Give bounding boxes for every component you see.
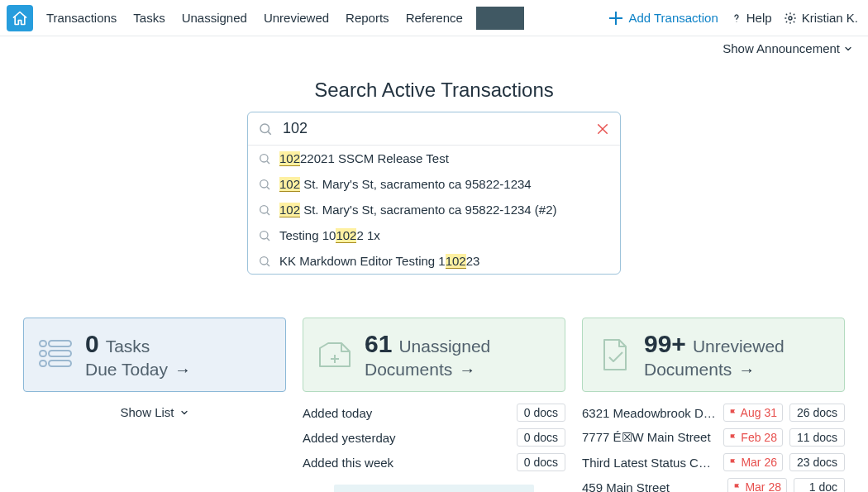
search-input-row: [248, 112, 620, 146]
svg-point-12: [260, 231, 268, 238]
svg-line-3: [268, 131, 270, 134]
doc-count-badge: 26 docs: [789, 404, 845, 422]
nav-tasks[interactable]: Tasks: [125, 4, 173, 31]
tile-tasks[interactable]: 0 Tasks Due Today →: [23, 318, 286, 392]
search-section: Search Active Transactions 10222021 SSCM…: [247, 79, 621, 275]
unreviewed-count: 99+: [644, 330, 686, 358]
gear-icon: [784, 12, 797, 25]
search-clear-button[interactable]: [595, 122, 610, 136]
arrow-icon: →: [738, 361, 755, 380]
doc-check-icon: [596, 337, 632, 373]
svg-point-8: [260, 179, 268, 187]
search-icon: [258, 203, 271, 217]
nav-unassigned[interactable]: Unassigned: [174, 4, 255, 31]
list-item-label: 6321 Meadowbrook Driv…: [582, 406, 717, 420]
search-icon: [258, 178, 271, 191]
nav-right-group: Add Transaction Help Kristian K.: [608, 11, 863, 26]
search-input[interactable]: [281, 119, 587, 138]
date-badge: Mar 28: [727, 478, 787, 492]
suggestion-text: 102 St. Mary's St, sacramento ca 95822-1…: [279, 203, 557, 217]
tile-unassigned[interactable]: 61 Unassigned Documents →: [303, 318, 565, 392]
tile-unreviewed[interactable]: 99+ Unreviewed Documents →: [582, 318, 845, 392]
search-suggestion[interactable]: 102 St. Mary's St, sacramento ca 95822-1…: [248, 197, 620, 222]
search-suggestion[interactable]: 102 St. Mary's St, sacramento ca 95822-1…: [248, 171, 620, 197]
user-menu[interactable]: Kristian K.: [784, 11, 858, 25]
svg-rect-18: [40, 351, 46, 356]
doc-count-badge: 11 docs: [789, 428, 845, 447]
help-label: Help: [746, 11, 772, 25]
svg-point-2: [260, 124, 269, 133]
add-transaction-label: Add Transaction: [628, 11, 718, 25]
svg-line-9: [267, 187, 269, 189]
help-button[interactable]: Help: [730, 11, 772, 25]
user-label: Kristian K.: [802, 11, 858, 25]
unassigned-column: 61 Unassigned Documents → Added today0 d…: [303, 318, 565, 492]
list-item[interactable]: 459 Main StreetMar 281 doc: [582, 478, 845, 492]
svg-line-13: [267, 238, 269, 241]
list-item[interactable]: 7777 É☒W Main StreetFeb 2811 docs: [582, 428, 845, 447]
add-transaction-button[interactable]: Add Transaction: [608, 11, 718, 26]
suggestion-text: KK Markdown Editor Testing 110223: [279, 254, 479, 268]
flag-icon: [729, 433, 737, 442]
doc-count-badge: 23 docs: [789, 453, 845, 471]
unassigned-label1: Unassigned: [398, 337, 490, 356]
announce-label: Show Announcement: [723, 41, 840, 55]
chevron-down-icon: [843, 44, 853, 54]
search-icon: [258, 122, 273, 136]
flag-icon: [733, 483, 742, 491]
search-icon: [258, 152, 271, 165]
list-item[interactable]: Added today0 docs: [303, 404, 565, 422]
list-item[interactable]: Third Latest Status Cha…Mar 2623 docs: [582, 453, 845, 471]
tasks-icon: [37, 337, 74, 373]
tasks-label2: Due Today: [85, 360, 168, 380]
svg-line-7: [267, 161, 269, 164]
folder-plus-icon: [317, 337, 353, 373]
svg-point-1: [789, 17, 792, 20]
show-announcement-toggle[interactable]: Show Announcement: [0, 36, 868, 57]
svg-rect-20: [40, 361, 46, 366]
svg-rect-21: [49, 361, 71, 366]
list-item-label: 459 Main Street: [582, 480, 721, 493]
svg-point-0: [736, 21, 737, 21]
show-list-label: Show List: [120, 405, 174, 419]
close-icon: [595, 122, 610, 136]
doc-count-badge: 0 docs: [517, 453, 565, 471]
dashboard-tiles: 0 Tasks Due Today → Show List: [23, 318, 845, 492]
search-icon: [258, 255, 271, 268]
tasks-column: 0 Tasks Due Today → Show List: [23, 318, 286, 419]
suggestion-text: 102 St. Mary's St, sacramento ca 95822-1…: [279, 177, 532, 191]
nav-blank-button[interactable]: [476, 7, 524, 30]
show-list-toggle[interactable]: Show List: [23, 405, 286, 419]
unreviewed-column: 99+ Unreviewed Documents → 6321 Meadowbr…: [582, 318, 845, 492]
nav-transactions[interactable]: Transactions: [38, 4, 125, 31]
view-all-unassigned-button[interactable]: View All 61 Unassigned Docs →: [334, 485, 534, 492]
search-suggestion[interactable]: 10222021 SSCM Release Test: [248, 146, 620, 171]
unassigned-label2: Documents: [365, 360, 452, 380]
list-item-label: Added yesterday: [303, 431, 510, 445]
date-badge: Mar 26: [723, 453, 783, 471]
list-item[interactable]: Added this week0 docs: [303, 453, 565, 471]
nav-reference[interactable]: Reference: [398, 4, 471, 31]
search-suggestion[interactable]: KK Markdown Editor Testing 110223: [248, 248, 620, 274]
nav-left-group: Transactions Tasks Unassigned Unreviewed…: [38, 4, 524, 31]
arrow-icon: →: [174, 361, 191, 380]
search-box: 10222021 SSCM Release Test102 St. Mary's…: [247, 112, 621, 275]
doc-count-badge: 0 docs: [517, 404, 565, 422]
unreviewed-label1: Unreviewed: [693, 337, 785, 356]
flag-icon: [729, 458, 737, 466]
svg-rect-16: [40, 341, 46, 346]
nav-reports[interactable]: Reports: [337, 4, 398, 31]
svg-rect-17: [49, 341, 71, 346]
list-item[interactable]: 6321 Meadowbrook Driv…Aug 3126 docs: [582, 404, 845, 422]
suggestion-text: Testing 101022 1x: [279, 228, 380, 242]
suggestion-text: 10222021 SSCM Release Test: [279, 151, 449, 165]
nav-unreviewed[interactable]: Unreviewed: [255, 4, 337, 31]
list-item-label: 7777 É☒W Main Street: [582, 430, 717, 445]
home-button[interactable]: [7, 5, 33, 31]
tasks-count: 0: [85, 330, 99, 358]
list-item-label: Added today: [303, 406, 510, 420]
svg-line-11: [267, 213, 269, 215]
search-suggestion[interactable]: Testing 101022 1x: [248, 222, 620, 248]
arrow-icon: →: [459, 361, 475, 380]
list-item[interactable]: Added yesterday0 docs: [303, 428, 565, 447]
